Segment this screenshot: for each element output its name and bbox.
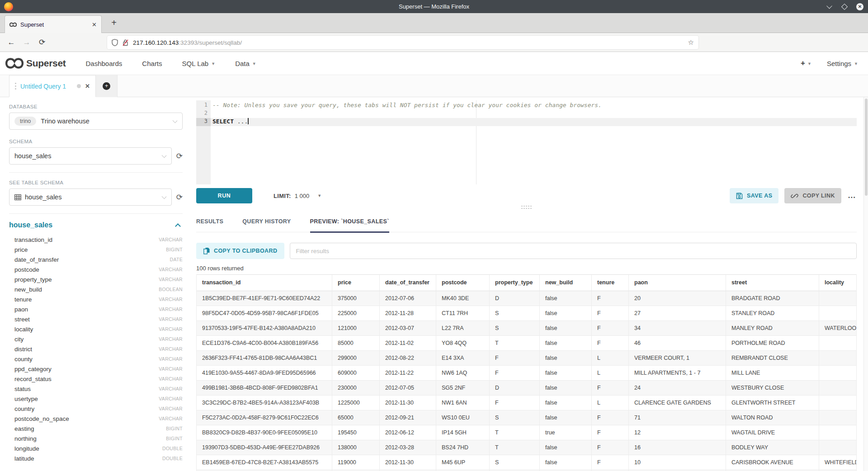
pane-splitter[interactable] <box>196 203 857 211</box>
table-column-row: property_typeVARCHAR <box>9 274 183 284</box>
more-actions-button[interactable]: ... <box>847 191 857 200</box>
database-select[interactable]: trino Trino warehouse <box>9 113 183 130</box>
table-schema-label: SEE TABLE SCHEMA <box>9 180 183 185</box>
sql-editor[interactable]: 1-- Note: Unless you save your query, th… <box>196 100 857 184</box>
navbar-settings[interactable]: Settings▼ <box>827 60 858 67</box>
back-button[interactable]: ← <box>4 38 19 47</box>
results-tab-results[interactable]: RESULTS <box>196 211 223 232</box>
table-cell: BODLEY WAY <box>726 440 819 455</box>
table-cell: F <box>592 425 629 440</box>
insecure-lock-icon[interactable] <box>123 39 128 46</box>
column-type: VARCHAR <box>159 336 183 342</box>
table-column-row: statusVARCHAR <box>9 384 183 394</box>
results-tab-query-history[interactable]: QUERY HISTORY <box>242 211 291 232</box>
collapse-chevron-up-icon[interactable] <box>175 223 181 229</box>
table-select[interactable]: house_sales <box>9 188 172 206</box>
table-cell: MANLEY ROAD <box>726 321 819 336</box>
plus-circle-icon: + <box>103 82 110 90</box>
column-name: property_type <box>14 276 159 283</box>
window-close-button[interactable]: ✕ <box>856 3 863 10</box>
window-maximize-button[interactable] <box>841 3 848 10</box>
scrollbar-thumb[interactable] <box>865 99 868 196</box>
browser-tab[interactable]: Superset ✕ <box>5 15 102 33</box>
table-column-row: postcodeVARCHAR <box>9 264 183 274</box>
schema-select[interactable]: house_sales <box>9 147 172 165</box>
column-name: ppd_category <box>14 366 159 372</box>
table-cell: false <box>540 351 592 366</box>
table-cell: false <box>540 291 592 306</box>
table-cell: 2012-11-30 <box>380 455 436 470</box>
browser-tabstrip: Superset ✕ + <box>0 13 868 33</box>
nav-item-sql-lab[interactable]: SQL Lab▼ <box>182 60 216 67</box>
table-row: 98F5DC47-0D05-4D59-95B7-98CA6F1FDE052250… <box>197 306 856 321</box>
navbar-add-button[interactable]: +▼ <box>801 59 811 68</box>
table-cell: YO8 4QQ <box>436 336 490 351</box>
table-cell: MILL APARTMENTS, 1 - 7 <box>629 366 726 381</box>
table-cell: false <box>540 366 592 381</box>
run-button[interactable]: RUN <box>196 188 252 203</box>
window-minimize-button[interactable] <box>826 3 833 10</box>
plus-icon: + <box>801 59 805 68</box>
table-row: 3C3C29DC-B7B2-4BE5-914A-A38123AF403B1225… <box>197 396 856 410</box>
table-column-row: date_of_transferDATE <box>9 254 183 264</box>
table-cell: F <box>592 306 629 321</box>
copy-link-button[interactable]: COPY LINK <box>784 188 841 203</box>
results-tab-preview[interactable]: PREVIEW: `HOUSE_SALES` <box>310 211 389 232</box>
filter-results-input[interactable] <box>290 243 857 259</box>
table-cell: L <box>592 351 629 366</box>
browser-tab-close-icon[interactable]: ✕ <box>92 21 97 28</box>
row-count-text: 100 rows returned <box>196 265 857 272</box>
copy-to-clipboard-button[interactable]: COPY TO CLIPBOARD <box>196 243 284 259</box>
page-scrollbar[interactable] <box>863 97 868 471</box>
refresh-tables-icon[interactable]: ⟳ <box>176 193 183 201</box>
column-name: status <box>14 386 159 392</box>
nav-item-charts[interactable]: Charts <box>142 60 162 67</box>
table-row: 2636F323-FF41-4765-81DB-98CAA6A43BC12990… <box>197 351 856 366</box>
table-row: 419E1030-9A55-4467-8DA9-9FED95D659666090… <box>197 366 856 381</box>
column-name: new_build <box>14 286 159 293</box>
tracking-shield-icon[interactable] <box>112 39 118 46</box>
save-as-button[interactable]: SAVE AS <box>730 188 778 203</box>
forward-button[interactable]: → <box>19 38 34 47</box>
drag-handle-icon[interactable] <box>15 83 16 84</box>
navbar-menu: DashboardsChartsSQL Lab▼Data▼ <box>85 60 256 67</box>
url-bar[interactable]: 217.160.120.143:32393/superset/sqllab/ ☆ <box>107 36 698 49</box>
nav-item-data[interactable]: Data▼ <box>235 60 256 67</box>
header-cell-new_build: new_build <box>540 275 592 291</box>
chevron-down-icon: ▼ <box>211 61 215 66</box>
nav-item-label: Data <box>235 60 250 67</box>
limit-dropdown[interactable]: LIMIT: 1 000 ▼ <box>274 193 321 199</box>
query-tab[interactable]: Untitled Query 1 ✕ <box>9 75 96 97</box>
table-icon <box>14 194 21 200</box>
url-text[interactable]: 217.160.120.143:32393/superset/sqllab/ <box>133 39 688 46</box>
table-cell <box>819 306 856 321</box>
chevron-down-icon: ▼ <box>252 61 256 66</box>
new-tab-button[interactable]: + <box>108 18 120 28</box>
column-type: VARCHAR <box>159 316 183 322</box>
superset-brand[interactable]: Superset <box>5 58 66 69</box>
table-cell: STANLEY ROAD <box>726 306 819 321</box>
table-column-row: ppd_categoryVARCHAR <box>9 364 183 374</box>
table-cell: 2012-06-12 <box>380 425 436 440</box>
table-column-row: latitudeDOUBLE <box>9 453 183 463</box>
reload-button[interactable]: ⟳ <box>34 38 50 47</box>
table-column-row: transaction_idVARCHAR <box>9 235 183 245</box>
table-cell: EB1459EB-67ED-47C8-B2E7-A38143AB5575 <box>197 455 332 470</box>
table-cell: 34 <box>629 321 726 336</box>
sqllab-sidebar: DATABASE trino Trino warehouse SCHEMA ho… <box>0 97 190 471</box>
table-schema-title[interactable]: house_sales <box>9 221 176 229</box>
refresh-schemas-icon[interactable]: ⟳ <box>176 152 183 160</box>
add-query-tab-button[interactable]: + <box>96 75 118 97</box>
table-column-row: cityVARCHAR <box>9 334 183 344</box>
header-cell-street: street <box>726 275 819 291</box>
schema-value: house_sales <box>14 152 51 160</box>
nav-item-dashboards[interactable]: Dashboards <box>85 60 122 67</box>
table-cell <box>819 336 856 351</box>
bookmark-star-icon[interactable]: ☆ <box>688 38 694 47</box>
table-cell: BB8320C9-D82B-4B37-90E0-9FEE05095E10 <box>197 425 332 440</box>
query-tab-close-icon[interactable]: ✕ <box>85 83 90 89</box>
results-tab-bar: RESULTSQUERY HISTORYPREVIEW: `HOUSE_SALE… <box>196 211 857 232</box>
column-name: city <box>14 336 159 343</box>
chevron-down-icon <box>161 194 166 199</box>
table-cell: F <box>592 455 629 470</box>
